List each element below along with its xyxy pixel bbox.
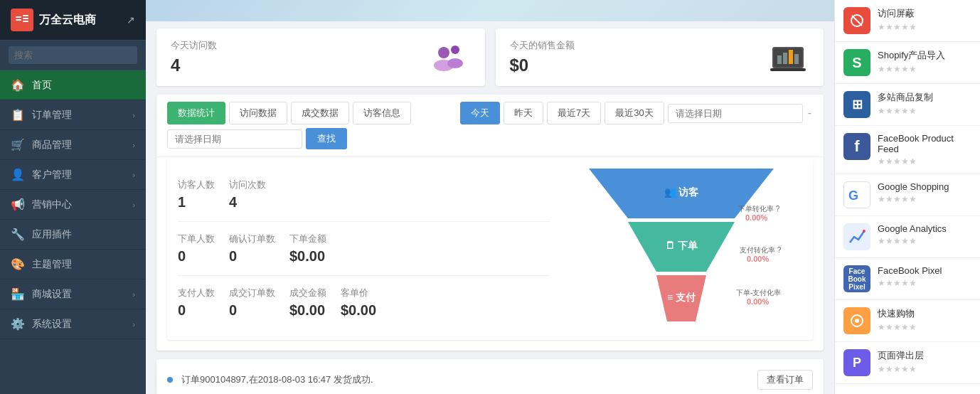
metrics-panel: 访客人数 1 访问次数 4 下单人数 0 [178,168,550,329]
sidebar-item-label: 应用插件 [32,228,135,241]
sidebar-item-system[interactable]: ⚙️ 系统设置 › [0,309,146,339]
svg-text:≡ 支付: ≡ 支付 [667,292,696,303]
plugin-google-shopping[interactable]: G Google Shopping ★★★★★ [835,174,980,216]
plugin-name: FaceBook Pixel [878,265,942,276]
metric-confirmed-orders: 确认订单数 0 [229,233,275,265]
plugin-facebook-pixel[interactable]: FaceBookPixel FaceBook Pixel ★★★★★ [835,258,980,300]
metric-revenue-value: $0.00 [289,302,326,319]
plugins-icon: 🔧 [11,228,25,241]
metric-order-amount-label: 下单金额 [289,233,326,245]
plugin-quick-buy[interactable]: 快速购物 ★★★★★ [835,300,980,342]
plugin-name: 快速购物 [878,307,917,320]
tab-visitors[interactable]: 访客信息 [353,102,411,124]
sales-info: 今天的销售金额 $0 [510,39,575,75]
date-yesterday[interactable]: 昨天 [504,102,543,124]
plugin-name: FaceBook Product Feed [878,133,971,154]
metric-visits-label: 访问次数 [229,179,266,191]
plugin-access-screen[interactable]: 访问屏蔽 ★★★★★ [835,0,980,42]
sidebar-item-orders[interactable]: 📋 订单管理 › [0,100,146,130]
themes-icon: 🎨 [11,257,25,271]
plugin-shopify-import[interactable]: S Shopify产品导入 ★★★★★ [835,42,980,84]
svg-text:👥 访客: 👥 访客 [664,186,700,198]
metric-visits: 访问次数 4 [229,179,266,211]
activity-dot [167,377,173,383]
sidebar-item-home[interactable]: 🏠 首页 [0,70,146,100]
date-30days[interactable]: 最近30天 [604,102,664,124]
svg-line-29 [852,16,862,26]
tabs-header: 数据统计 访问数据 成交数据 访客信息 今天 昨天 最近7天 最近30天 - 查… [156,95,824,157]
svg-point-8 [447,58,463,68]
plugin-info: FaceBook Product Feed ★★★★★ [878,133,971,166]
tab-transactions[interactable]: 成交数据 [291,102,349,124]
search-input[interactable] [9,46,137,64]
svg-text:下单转化率 ?: 下单转化率 ? [738,205,780,213]
popup-icon: P [843,349,870,376]
sidebar-item-store[interactable]: 🏪 商城设置 › [0,279,146,309]
metric-payers-label: 支付人数 [178,287,215,299]
metric-avg-value: $0.00 [341,302,376,319]
sidebar-item-marketing[interactable]: 📢 营销中心 › [0,190,146,220]
svg-rect-4 [23,21,28,22]
store-icon: 🏪 [11,287,25,301]
sales-label: 今天的销售金额 [510,39,575,52]
plugin-stars: ★★★★★ [878,22,917,32]
svg-text:0.00%: 0.00% [745,213,767,222]
tab-visits[interactable]: 访问数据 [229,102,287,124]
plugin-name: Shopify产品导入 [878,49,945,62]
tab-data-stats[interactable]: 数据统计 [167,102,225,124]
metric-order-amount-value: $0.00 [289,248,326,265]
metric-payers-value: 0 [178,302,215,319]
svg-rect-2 [23,15,28,16]
plugin-google-analytics[interactable]: Google Analytics ★★★★★ [835,216,980,258]
sidebar-item-products[interactable]: 🛒 商品管理 › [0,130,146,160]
metric-orderers: 下单人数 0 [178,233,215,265]
plugin-facebook-feed[interactable]: f FaceBook Product Feed ★★★★★ [835,126,980,174]
logo-icon [11,9,33,31]
metric-row-1: 访客人数 1 访问次数 4 [178,168,550,222]
sidebar-item-customers[interactable]: 👤 客户管理 › [0,160,146,190]
svg-text:0.00%: 0.00% [747,255,769,263]
date-today[interactable]: 今天 [460,102,500,124]
metric-completed-orders: 成交订单数 0 [229,287,275,319]
svg-rect-1 [16,19,21,21]
sales-icon [767,40,809,75]
svg-text:0.00%: 0.00% [747,297,769,306]
logo[interactable]: 万全云电商 ↗ [0,0,146,41]
metric-avg-label: 客单价 [341,287,376,299]
system-icon: ⚙️ [11,317,25,331]
multi-copy-icon: ⊞ [843,91,870,118]
plugin-stars: ★★★★★ [878,278,942,288]
plugin-popup[interactable]: P 页面弹出层 ★★★★★ [835,342,980,384]
data-content: 访客人数 1 访问次数 4 下单人数 0 [156,157,824,351]
plugin-name: Google Shopping [878,181,949,192]
plugin-multi-copy[interactable]: ⊞ 多站商品复制 ★★★★★ [835,84,980,126]
metric-revenue-label: 成交金额 [289,287,326,299]
search-button[interactable]: 查找 [306,128,347,149]
svg-rect-0 [16,16,21,18]
external-link-icon[interactable]: ↗ [127,14,135,26]
plugin-name: Google Analytics [878,223,947,234]
sidebar-item-themes[interactable]: 🎨 主题管理 [0,250,146,279]
plugin-info: Google Analytics ★★★★★ [878,223,947,246]
plugin-name: 多站商品复制 [878,91,933,104]
svg-point-6 [451,46,459,54]
sales-value: $0 [510,55,575,75]
date-7days[interactable]: 最近7天 [547,102,601,124]
view-order-button-1[interactable]: 查看订单 [757,370,813,390]
main-content: 今天访问数 4 今天的销售金额 $0 [146,0,834,394]
sidebar-item-label: 营销中心 [32,198,132,211]
metric-visitors: 访客人数 1 [178,179,215,211]
metric-confirmed-value: 0 [229,248,275,265]
sidebar-item-plugins[interactable]: 🔧 应用插件 [0,220,146,250]
visits-card: 今天访问数 4 [156,28,485,86]
date-to-picker[interactable] [167,129,302,149]
sidebar-item-label: 主题管理 [32,258,135,271]
date-from-picker[interactable] [668,104,803,123]
svg-rect-11 [777,55,782,64]
sidebar-item-label: 首页 [32,79,135,92]
chevron-right-icon: › [132,111,135,119]
data-section: 访客人数 1 访问次数 4 下单人数 0 [167,157,813,340]
plugin-stars: ★★★★★ [878,194,949,204]
svg-rect-12 [783,53,787,64]
logo-text: 万全云电商 [39,13,127,28]
